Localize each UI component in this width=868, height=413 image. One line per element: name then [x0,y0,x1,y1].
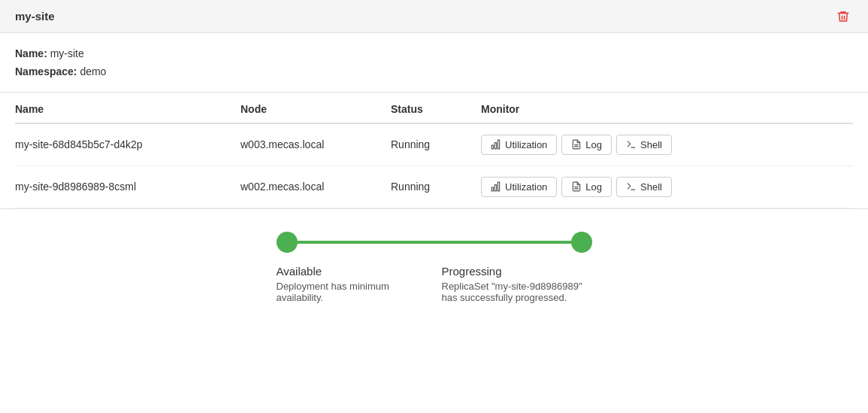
namespace-label: Namespace: [15,65,77,77]
trash-icon [836,10,850,23]
btn-label: Log [585,181,602,193]
table-header-row: Name Node Status Monitor [15,93,853,123]
col-header-monitor: Monitor [481,93,853,123]
btn-label: Log [585,139,602,150]
pod-name-1: my-site-9d8986989-8csml [15,166,240,208]
svg-rect-6 [491,187,493,191]
shell-icon [626,139,637,150]
timeline-labels: Available Deployment has minimum availab… [277,265,592,303]
timeline-dot-available [277,232,298,253]
timeline-title-available: Available [277,265,322,278]
shell-button-1[interactable]: Shell [616,177,672,197]
btn-label: Shell [640,181,662,193]
svg-rect-1 [494,143,496,149]
svg-rect-2 [498,140,499,149]
monitor-btns-0: UtilizationLogShell [481,135,845,155]
shell-button-0[interactable]: Shell [616,135,672,155]
pod-status-1: Running [391,166,481,208]
pods-table: Name Node Status Monitor my-site-68d845b… [15,93,853,208]
col-header-status: Status [391,93,481,123]
pod-monitor-1: UtilizationLogShell [481,166,853,208]
timeline-track [277,232,592,253]
timeline-label-progressing: Progressing ReplicaSet "my-site-9d898698… [442,265,592,303]
pod-node-1: w002.mecas.local [240,166,391,208]
page-title: my-site [15,10,55,23]
timeline-label-available: Available Deployment has minimum availab… [277,265,427,303]
btn-label: Utilization [505,139,547,150]
timeline-container: Available Deployment has minimum availab… [15,232,853,303]
page-header: my-site [0,0,868,33]
btn-label: Shell [640,139,662,150]
timeline-desc-available: Deployment has minimum availability. [277,281,427,303]
pods-table-section: Name Node Status Monitor my-site-68d845b… [0,93,868,209]
delete-button[interactable] [833,8,853,25]
progress-section: Available Deployment has minimum availab… [0,209,868,318]
timeline-title-progressing: Progressing [442,265,502,278]
col-header-name: Name [15,93,240,123]
pod-status-0: Running [391,123,481,166]
meta-namespace-row: Namespace: demo [15,63,853,81]
meta-section: Name: my-site Namespace: demo [0,33,868,93]
pod-name-0: my-site-68d845b5c7-d4k2p [15,123,240,166]
monitor-btns-1: UtilizationLogShell [481,177,845,197]
utilization-icon [491,181,501,192]
shell-icon [626,181,637,192]
pod-monitor-0: UtilizationLogShell [481,123,853,166]
meta-name-row: Name: my-site [15,45,853,63]
timeline-dot-progressing [571,232,592,253]
log-button-1[interactable]: Log [561,177,612,197]
svg-rect-7 [494,185,496,191]
name-label: Name: [15,47,47,59]
svg-rect-8 [498,182,499,191]
pod-node-0: w003.mecas.local [240,123,391,166]
col-header-node: Node [240,93,391,123]
svg-rect-0 [491,145,493,149]
table-row: my-site-68d845b5c7-d4k2pw003.mecas.local… [15,123,853,166]
log-icon [571,139,582,150]
timeline-line [298,241,571,244]
log-icon [571,181,582,192]
btn-label: Utilization [505,181,547,193]
utilization-icon [491,139,501,150]
table-row: my-site-9d8986989-8csmlw002.mecas.localR… [15,166,853,208]
timeline-desc-progressing: ReplicaSet "my-site-9d8986989" has succe… [442,281,592,303]
utilization-button-1[interactable]: Utilization [481,177,557,197]
utilization-button-0[interactable]: Utilization [481,135,557,155]
log-button-0[interactable]: Log [561,135,612,155]
